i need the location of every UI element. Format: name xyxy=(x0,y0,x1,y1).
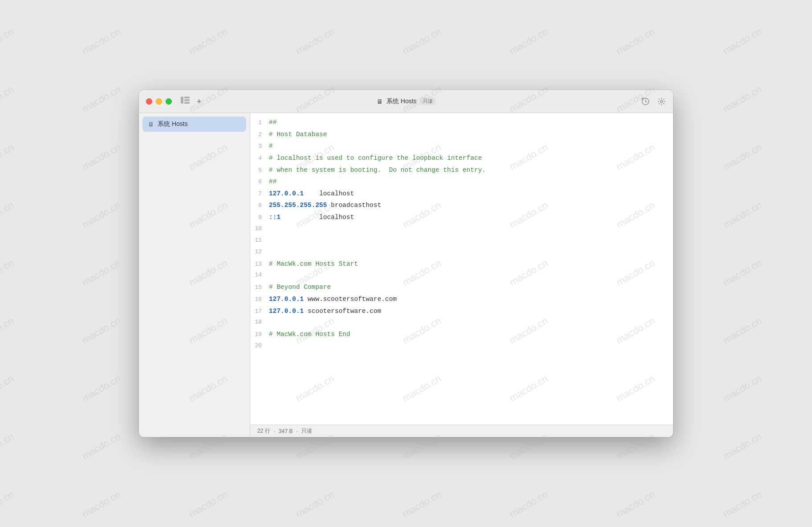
line-number: 14 xyxy=(250,270,269,280)
code-line-3: 3# xyxy=(250,140,673,152)
traffic-lights xyxy=(146,98,172,105)
title-text: 系统 Hosts xyxy=(386,97,417,105)
readonly-badge: 只读 xyxy=(420,97,435,105)
code-line-14: 14 xyxy=(250,270,673,281)
svg-rect-0 xyxy=(181,97,183,104)
line-number: 11 xyxy=(250,235,269,245)
maximize-button[interactable] xyxy=(166,98,172,105)
line-content: # xyxy=(269,141,673,152)
settings-icon[interactable] xyxy=(657,97,666,106)
line-content: ## xyxy=(269,117,673,128)
code-line-18: 18 xyxy=(250,317,673,328)
separator1: · xyxy=(274,428,275,434)
code-line-9: 9::1 localhost xyxy=(250,211,673,223)
line-content: ## xyxy=(269,176,673,187)
code-line-5: 5# when the system is booting. Do not ch… xyxy=(250,164,673,176)
ip-address: ::1 xyxy=(269,214,280,221)
line-content: # localhost is used to configure the loo… xyxy=(269,153,673,164)
line-number: 1 xyxy=(250,118,269,128)
line-content: # when the system is booting. Do not cha… xyxy=(269,165,673,176)
sidebar-item-label: 系统 Hosts xyxy=(158,120,188,128)
code-line-16: 16127.0.0.1 www.scootersoftware.com xyxy=(250,293,673,305)
code-line-7: 7127.0.0.1 localhost xyxy=(250,188,673,200)
line-number: 17 xyxy=(250,307,269,316)
line-content: # MacWk.com Hosts Start xyxy=(269,259,673,270)
line-content: ::1 localhost xyxy=(269,212,673,223)
line-number: 19 xyxy=(250,330,269,340)
line-number: 12 xyxy=(250,247,269,257)
code-line-1: 1## xyxy=(250,117,673,129)
hostname: localhost xyxy=(304,190,354,197)
new-tab-button[interactable]: + xyxy=(197,97,202,105)
title-bar: + 🖥 系统 Hosts 只读 xyxy=(139,90,673,113)
line-number: 20 xyxy=(250,341,269,351)
file-size: 347 B xyxy=(279,428,292,434)
line-content: 127.0.0.1 www.scootersoftware.com xyxy=(269,294,673,305)
line-number: 3 xyxy=(250,142,269,151)
title-icon: 🖥 xyxy=(377,98,383,105)
history-icon[interactable] xyxy=(641,97,650,106)
line-number: 2 xyxy=(250,130,269,140)
hostname: www.scootersoftware.com xyxy=(304,296,397,303)
line-number: 10 xyxy=(250,224,269,234)
line-number: 16 xyxy=(250,295,269,304)
window-title: 🖥 系统 Hosts 只读 xyxy=(377,97,435,105)
line-number: 8 xyxy=(250,201,269,211)
sidebar: 🖥 系统 Hosts xyxy=(139,113,250,437)
title-bar-controls: + xyxy=(181,97,202,106)
sidebar-item-hosts[interactable]: 🖥 系统 Hosts xyxy=(142,117,246,132)
separator2: · xyxy=(296,428,297,434)
hostname: localhost xyxy=(280,214,354,221)
hostname: scootersoftware.com xyxy=(304,308,381,315)
line-number: 9 xyxy=(250,213,269,223)
status-bar: 22 行 · 347 B · 只读 xyxy=(250,425,673,437)
sidebar-toggle-icon[interactable] xyxy=(181,97,190,106)
main-content: 🖥 系统 Hosts 1##2# Host Database3#4# local… xyxy=(139,113,673,437)
line-content: 127.0.0.1 localhost xyxy=(269,188,673,199)
line-count: 22 行 xyxy=(257,427,270,435)
code-line-13: 13# MacWk.com Hosts Start xyxy=(250,258,673,270)
line-content: 255.255.255.255 broadcasthost xyxy=(269,200,673,211)
code-line-11: 11 xyxy=(250,235,673,247)
line-number: 5 xyxy=(250,166,269,175)
line-content: # Beyond Compare xyxy=(269,282,673,293)
hostname: broadcasthost xyxy=(327,202,382,209)
code-line-20: 20 xyxy=(250,341,673,352)
svg-rect-1 xyxy=(184,97,190,98)
code-line-17: 17127.0.0.1 scootersoftware.com xyxy=(250,305,673,317)
code-line-19: 19# MacWk.com Hosts End xyxy=(250,328,673,341)
file-mode: 只读 xyxy=(301,427,312,435)
code-line-8: 8255.255.255.255 broadcasthost xyxy=(250,199,673,211)
line-number: 13 xyxy=(250,259,269,269)
code-line-15: 15# Beyond Compare xyxy=(250,281,673,293)
line-number: 18 xyxy=(250,317,269,327)
line-number: 4 xyxy=(250,154,269,163)
line-number: 15 xyxy=(250,283,269,292)
monitor-icon: 🖥 xyxy=(148,121,154,128)
line-number: 7 xyxy=(250,189,269,199)
line-content: # MacWk.com Hosts End xyxy=(269,329,673,340)
code-editor[interactable]: 1##2# Host Database3#4# localhost is use… xyxy=(250,113,673,425)
svg-rect-2 xyxy=(184,99,190,101)
line-number: 6 xyxy=(250,177,269,187)
code-line-10: 10 xyxy=(250,223,673,235)
title-bar-actions xyxy=(641,97,666,106)
svg-point-5 xyxy=(661,100,663,102)
code-line-12: 12 xyxy=(250,247,673,258)
code-line-4: 4# localhost is used to configure the lo… xyxy=(250,152,673,164)
close-button[interactable] xyxy=(146,98,152,105)
ip-address: 127.0.0.1 xyxy=(269,308,304,315)
minimize-button[interactable] xyxy=(156,98,162,105)
app-window: + 🖥 系统 Hosts 只读 xyxy=(139,90,673,437)
line-content: 127.0.0.1 scootersoftware.com xyxy=(269,306,673,317)
code-line-6: 6## xyxy=(250,176,673,188)
editor-area: 1##2# Host Database3#4# localhost is use… xyxy=(250,113,673,437)
line-content: # Host Database xyxy=(269,129,673,140)
ip-address: 255.255.255.255 xyxy=(269,202,327,209)
ip-address: 127.0.0.1 xyxy=(269,296,304,303)
ip-address: 127.0.0.1 xyxy=(269,190,304,197)
svg-rect-3 xyxy=(184,102,190,104)
code-line-2: 2# Host Database xyxy=(250,129,673,141)
